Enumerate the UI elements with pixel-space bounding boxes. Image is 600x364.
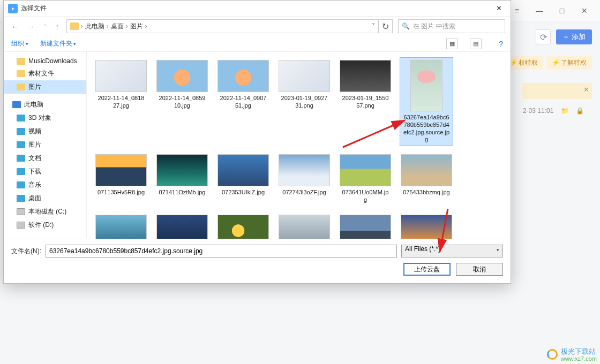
tree-node-icon	[17, 70, 25, 77]
nav-tree[interactable]: MusicDownloads素材文件图片此电脑3D 对象视频图片文档下载音乐桌面…	[4, 52, 87, 239]
filter-select[interactable]: All Files (*.*)	[401, 245, 503, 257]
file-name: 2022-11-14_081827.jpg	[97, 95, 145, 110]
tree-node-label: 桌面	[28, 194, 41, 203]
host-file-time: 2-03 11:01	[523, 107, 553, 115]
file-item[interactable]: 63267ea14a9bc6780b559bc857d4efc2.jpg.sou…	[400, 57, 453, 146]
dialog-footer: 文件名(N): All Files (*.*) 上传云盘 取消	[4, 239, 511, 283]
file-name: 072353UIklZ.jpg	[222, 189, 265, 196]
host-notice-close[interactable]: ✕	[583, 86, 589, 94]
crumb-dropdown[interactable]: ˅	[372, 22, 375, 30]
file-item[interactable]: 072353UIklZ.jpg	[216, 151, 270, 207]
file-thumbnail	[401, 215, 452, 239]
file-item[interactable]: 2022-11-14_085910.jpg	[155, 57, 209, 146]
badge-learn[interactable]: ⚡了解特权	[546, 56, 592, 70]
tree-node[interactable]: 本地磁盘 (C:)	[4, 205, 86, 218]
file-item[interactable]: 071411OztMb.jpg	[155, 151, 209, 207]
file-item[interactable]: 071135Hv5R8.jpg	[94, 151, 148, 207]
file-thumbnail	[279, 215, 330, 239]
tree-node[interactable]: 图片	[4, 80, 86, 94]
tree-node[interactable]: 3D 对象	[4, 111, 86, 125]
tree-node-label: 此电脑	[24, 100, 43, 109]
file-name: 2023-01-19_092731.png	[280, 95, 328, 110]
file-item[interactable]: 2023-01-19_092731.png	[278, 57, 331, 146]
tree-node[interactable]: 此电脑	[4, 98, 86, 111]
tree-node-label: 视频	[28, 127, 41, 136]
nav-up[interactable]: ↑	[54, 20, 61, 33]
search-input[interactable]: 🔍 在 图片 中搜索	[398, 19, 505, 33]
host-close[interactable]: ✕	[576, 6, 592, 15]
file-item[interactable]: 075433bbzmq.jpg	[400, 151, 453, 207]
file-pane[interactable]: 2022-11-14_081827.jpg2022-11-14_085910.j…	[87, 52, 511, 239]
tree-node[interactable]: 视频	[4, 125, 86, 138]
host-maximize[interactable]: □	[554, 6, 570, 15]
tree-node[interactable]: 下载	[4, 165, 86, 178]
file-item[interactable]: 073641Uo0MM.jpg	[339, 151, 392, 207]
tree-node[interactable]: 图片	[4, 138, 86, 151]
folder-icon[interactable]: 📁	[561, 107, 569, 115]
host-minimize[interactable]: —	[531, 6, 548, 15]
file-name: 073641Uo0MM.jpg	[341, 189, 389, 204]
file-item[interactable]: 082748ZuVcG.jpg	[339, 212, 392, 239]
file-item[interactable]: 082346PO3cc.jpg	[216, 212, 270, 239]
file-item[interactable]: 082615QSMjQ.jpg	[278, 212, 331, 239]
tree-node[interactable]: 软件 (D:)	[4, 218, 86, 232]
nav-recent[interactable]: ˅	[42, 22, 48, 31]
watermark-icon	[547, 349, 558, 360]
file-thumbnail	[156, 215, 208, 239]
tree-node-icon	[17, 58, 25, 65]
dialog-close-button[interactable]: ✕	[492, 2, 506, 14]
file-thumbnail	[410, 60, 442, 111]
view-details-button[interactable]: ▤	[470, 39, 482, 49]
tree-node-label: 图片	[28, 82, 41, 92]
file-name: 071135Hv5R8.jpg	[98, 189, 145, 196]
nav-forward[interactable]: →	[26, 20, 37, 33]
open-button[interactable]: 上传云盘	[403, 263, 451, 276]
organize-menu[interactable]: 组织	[11, 39, 28, 48]
file-item[interactable]: 072743l3oZF.jpg	[278, 151, 331, 207]
host-refresh-button[interactable]: ⟳	[536, 29, 551, 44]
tree-node[interactable]: MusicDownloads	[4, 55, 86, 67]
tree-node[interactable]: 桌面	[4, 192, 86, 205]
tree-node[interactable]: 素材文件	[4, 67, 86, 80]
help-button[interactable]: ?	[499, 40, 503, 48]
host-add-button[interactable]: ＋ 添加	[556, 29, 592, 44]
filename-input[interactable]	[46, 245, 397, 257]
crumb-2[interactable]: 图片	[130, 22, 143, 31]
badge-privilege-label: 权特权	[519, 59, 538, 66]
tree-node-label: 本地磁盘 (C:)	[28, 207, 66, 216]
file-thumbnail	[279, 154, 330, 186]
tree-node[interactable]: 音乐	[4, 178, 86, 192]
file-name: 071411OztMb.jpg	[159, 189, 206, 196]
file-item[interactable]: 2022-11-14_081827.jpg	[94, 57, 148, 146]
file-item[interactable]: 2023-01-19_155057.png	[339, 57, 392, 146]
file-item[interactable]: 2022-11-14_090751.jpg	[216, 57, 270, 146]
breadcrumb[interactable]: › 此电脑 › 桌面 › 图片 › ˅	[66, 19, 379, 33]
tree-node-label: 音乐	[28, 180, 41, 189]
host-menu-icon[interactable]: ≡	[509, 6, 525, 15]
view-thumbnails-button[interactable]: ▦	[446, 39, 458, 49]
crumb-1[interactable]: 桌面	[111, 22, 124, 31]
badge-learn-label: 了解特权	[561, 59, 587, 66]
file-item[interactable]: 082918i43vh.jpg	[400, 212, 453, 239]
new-folder-button[interactable]: 新建文件夹	[40, 39, 77, 48]
crumb-0[interactable]: 此电脑	[85, 22, 104, 31]
file-item[interactable]: 075953SXFWu.jpg	[94, 212, 148, 239]
dialog-body: MusicDownloads素材文件图片此电脑3D 对象视频图片文档下载音乐桌面…	[4, 52, 511, 239]
dialog-titlebar: ▸ 选择文件 ✕	[4, 1, 511, 17]
tree-node[interactable]: 文档	[4, 151, 86, 165]
tree-node-label: 软件 (D:)	[28, 221, 54, 230]
host-notice-bar	[522, 83, 592, 99]
file-name: 2022-11-14_085910.jpg	[158, 95, 206, 110]
file-thumbnail	[95, 215, 147, 239]
filename-label: 文件名(N):	[11, 247, 41, 256]
file-grid: 2022-11-14_081827.jpg2022-11-14_085910.j…	[94, 57, 503, 239]
file-name: 2022-11-14_090751.jpg	[219, 95, 267, 110]
lock-icon[interactable]: 🔒	[576, 107, 584, 115]
nav-refresh[interactable]: ↻	[379, 19, 393, 33]
file-item[interactable]: 081134Vu9rA.jpg	[155, 212, 209, 239]
cancel-button[interactable]: 取消	[456, 263, 503, 276]
nav-back[interactable]: ←	[9, 20, 20, 33]
tree-node-icon	[17, 128, 25, 135]
file-name: 2023-01-19_155057.png	[341, 95, 389, 110]
tree-node-label: MusicDownloads	[28, 57, 77, 65]
